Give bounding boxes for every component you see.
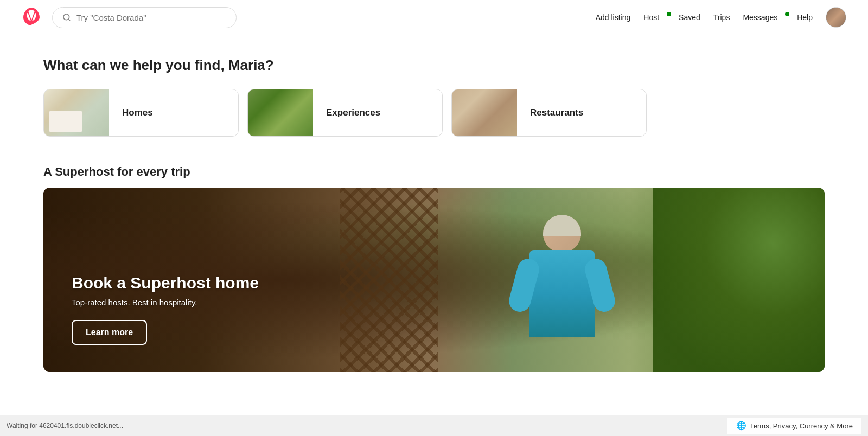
experiences-thumbnail [248,89,313,137]
main-content: What can we help you find, Maria? Homes … [0,35,868,394]
nav-help[interactable]: Help [797,13,813,22]
banner-headline: Book a Superhost home [72,274,259,292]
header-left: Try "Costa Dorada" [22,7,237,28]
banner-content: Book a Superhost home Top-rated hosts. B… [72,274,259,345]
site-header: Try "Costa Dorada" Add listing Host Save… [0,0,868,35]
banner-lattice-decoration [340,188,438,372]
nav-saved[interactable]: Saved [679,13,700,22]
main-nav: Add listing Host Saved Trips Messages He… [596,7,846,28]
airbnb-logo[interactable] [22,7,41,28]
banner-host-figure [502,215,622,372]
homes-thumbnail [44,89,109,137]
restaurants-thumbnail [452,89,517,137]
banner-foliage-decoration [653,188,825,372]
nav-add-listing[interactable]: Add listing [596,13,631,22]
category-card-restaurants[interactable]: Restaurants [451,89,647,137]
banner-subline: Top-rated hosts. Best in hospitality. [72,298,259,307]
avatar-image [826,8,846,27]
superhost-banner: Book a Superhost home Top-rated hosts. B… [43,188,825,372]
nav-messages[interactable]: Messages [743,13,784,22]
experiences-label: Experiences [313,107,393,118]
search-placeholder: Try "Costa Dorada" [76,13,146,22]
search-icon [62,13,71,22]
nav-trips[interactable]: Trips [713,13,730,22]
host-notification-dot [667,12,671,16]
superhost-section: A Superhost for every trip Book a Superh… [43,165,825,372]
nav-host[interactable]: Host [643,13,666,22]
svg-line-1 [68,19,70,21]
page-greeting: What can we help you find, Maria? [43,57,825,74]
learn-more-button[interactable]: Learn more [72,320,147,345]
homes-label: Homes [109,107,166,118]
svg-point-0 [63,14,69,20]
user-avatar[interactable] [826,7,846,28]
category-card-experiences[interactable]: Experiences [247,89,443,137]
category-card-homes[interactable]: Homes [43,89,239,137]
restaurants-label: Restaurants [517,107,596,118]
messages-notification-dot [785,12,789,16]
category-row: Homes Experiences Restaurants [43,89,825,137]
search-bar[interactable]: Try "Costa Dorada" [52,7,237,28]
superhost-title: A Superhost for every trip [43,165,825,179]
